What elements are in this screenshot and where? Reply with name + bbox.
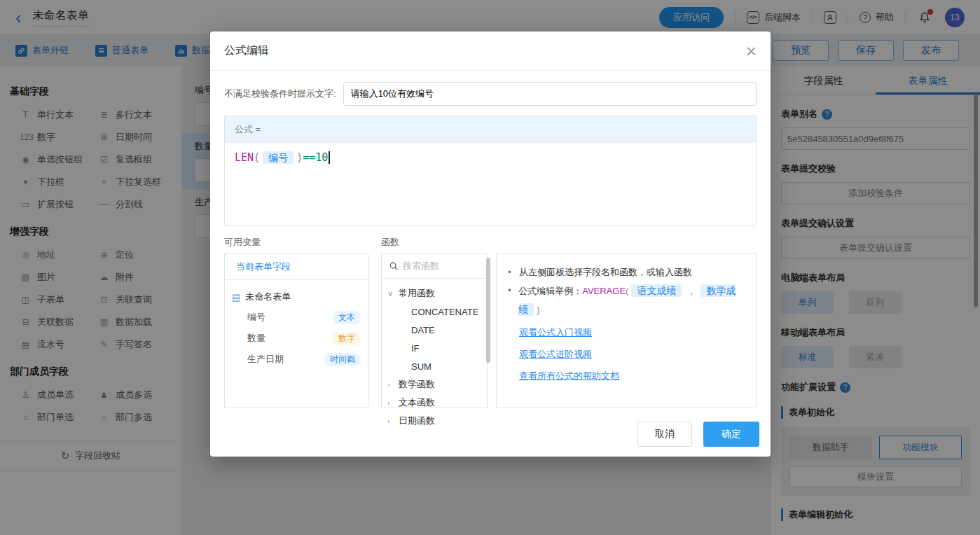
formula-editor-input[interactable]: LEN(编号)==10	[225, 143, 756, 225]
close-icon[interactable]: ×	[746, 44, 757, 58]
help-column: • 从左侧面板选择字段名和函数，或输入函数 • 公式编辑举例：AVERAGE(语…	[496, 235, 757, 408]
variable-item[interactable]: 数量 数字	[232, 328, 361, 349]
variable-type-badge: 时间戳	[324, 353, 361, 366]
validation-hint-label: 不满足校验条件时提示文字:	[224, 88, 336, 100]
function-item-label: SUM	[411, 361, 432, 372]
help-bullet-2-text: 公式编辑举例：AVERAGE(语文成绩，数学成绩)	[518, 282, 745, 319]
help-bullet-1: • 从左侧面板选择字段名和函数，或输入函数	[508, 263, 745, 282]
variables-root-label: 未命名表单	[245, 291, 291, 303]
variable-type-badge: 文本	[333, 311, 361, 324]
validation-hint-input[interactable]	[343, 82, 757, 106]
function-scrollbar[interactable]	[486, 258, 490, 363]
app-root: ‹ 未命名表单 应用访问 </> 后端脚本 ? 帮助	[0, 0, 980, 535]
variables-panel: 当前表单字段 ▤ 未命名表单 编号 文	[224, 253, 368, 408]
variable-type-badge: 数字	[333, 332, 361, 345]
help-link[interactable]: 查看所有公式的帮助文档	[519, 370, 745, 382]
function-item[interactable]: › 日期函数	[387, 412, 481, 430]
variables-root-node[interactable]: ▤ 未命名表单	[232, 287, 361, 307]
function-item[interactable]: CONCATENATE	[387, 303, 481, 321]
variable-item[interactable]: 编号 文本	[232, 307, 361, 328]
example-token: (	[626, 286, 628, 296]
dialog-title: 公式编辑	[224, 43, 269, 58]
dialog-footer: 取消 确定	[210, 412, 771, 457]
formula-token: )	[296, 151, 303, 164]
functions-column: 函数 ∨	[381, 235, 488, 408]
function-item-label: 常用函数	[399, 287, 435, 300]
example-token: AVERAGE	[582, 286, 626, 296]
help-panel: • 从左侧面板选择字段名和函数，或输入函数 • 公式编辑举例：AVERAGE(语…	[496, 253, 757, 408]
help-links: 观看公式入门视频 观看公式进阶视频 查看所有公式的帮助文档	[508, 326, 745, 382]
tree-arrow-icon: ∨	[387, 289, 399, 298]
form-doc-icon: ▤	[232, 292, 240, 303]
confirm-button[interactable]: 确定	[703, 422, 759, 447]
formula-token: 编号	[263, 151, 294, 164]
function-item[interactable]: › 数学函数	[387, 375, 481, 394]
cancel-button[interactable]: 取消	[637, 422, 692, 447]
tree-arrow-icon: ›	[387, 380, 399, 389]
function-item-label: 文本函数	[399, 396, 435, 409]
variables-label: 可用变量	[224, 235, 368, 253]
dialog-header: 公式编辑 ×	[210, 32, 771, 71]
function-item[interactable]: IF	[387, 339, 481, 357]
help-link[interactable]: 观看公式入门视频	[519, 326, 745, 339]
variables-column: 可用变量 当前表单字段 ▤ 未命名表单	[224, 235, 368, 408]
function-item-label: CONCATENATE	[411, 307, 478, 317]
function-search-box	[382, 253, 487, 279]
function-item[interactable]: SUM	[387, 357, 481, 375]
function-item[interactable]: DATE	[387, 321, 481, 339]
variables-tree: ▤ 未命名表单 编号 文本	[225, 280, 368, 377]
validation-hint-row: 不满足校验条件时提示文字:	[224, 82, 757, 106]
function-item-label: 日期函数	[399, 415, 435, 427]
formula-token: (	[254, 151, 260, 164]
variables-list: 编号 文本 数量 数字	[232, 307, 361, 370]
variable-name: 编号	[247, 311, 265, 324]
formula-token: ==10	[303, 151, 328, 164]
variable-item[interactable]: 生产日期 时间戳	[232, 349, 361, 370]
formula-expression: LEN(编号)==10	[235, 151, 328, 164]
tree-arrow-icon: ›	[387, 417, 399, 425]
function-item-label: IF	[411, 343, 420, 354]
functions-label: 函数	[381, 235, 488, 253]
functions-panel: ∨ 常用函数 CONCATENATE	[381, 253, 488, 408]
help-bullet-1-text: 从左侧面板选择字段名和函数，或输入函数	[519, 263, 692, 282]
example-token: )	[537, 305, 539, 315]
example-token: 语文成绩	[631, 284, 682, 297]
function-item[interactable]: › 文本函数	[387, 394, 481, 412]
current-form-fields-tab[interactable]: 当前表单字段	[225, 253, 368, 280]
function-item[interactable]: ∨ 常用函数	[387, 284, 481, 303]
dialog-body: 不满足校验条件时提示文字: 公式 = LEN(编号)==10 可用变量 当前表单…	[210, 71, 771, 412]
bullet-icon: •	[508, 282, 518, 319]
help-label-spacer	[496, 235, 757, 253]
example-prefix: 公式编辑举例：	[518, 286, 582, 296]
text-cursor	[329, 151, 330, 164]
helper-panels: 可用变量 当前表单字段 ▤ 未命名表单	[224, 235, 757, 408]
variable-name: 生产日期	[247, 353, 284, 366]
formula-editor-header: 公式 =	[225, 116, 756, 143]
function-search-input[interactable]	[403, 260, 473, 271]
help-link[interactable]: 观看公式进阶视频	[519, 348, 745, 361]
tree-arrow-icon: ›	[387, 398, 399, 407]
search-icon	[389, 261, 399, 271]
function-item-label: DATE	[411, 325, 435, 335]
formula-editor: 公式 = LEN(编号)==10	[224, 116, 757, 226]
help-bullet-2: • 公式编辑举例：AVERAGE(语文成绩，数学成绩)	[508, 282, 745, 319]
formula-edit-dialog: 公式编辑 × 不满足校验条件时提示文字: 公式 = LEN(编号)==10 可用…	[210, 32, 771, 457]
bullet-icon: •	[508, 263, 519, 282]
example-token: ，	[686, 286, 696, 296]
variable-name: 数量	[247, 332, 265, 345]
function-tree: ∨ 常用函数 CONCATENATE	[382, 279, 487, 436]
formula-token: LEN	[235, 151, 254, 164]
function-item-label: 数学函数	[399, 378, 435, 391]
